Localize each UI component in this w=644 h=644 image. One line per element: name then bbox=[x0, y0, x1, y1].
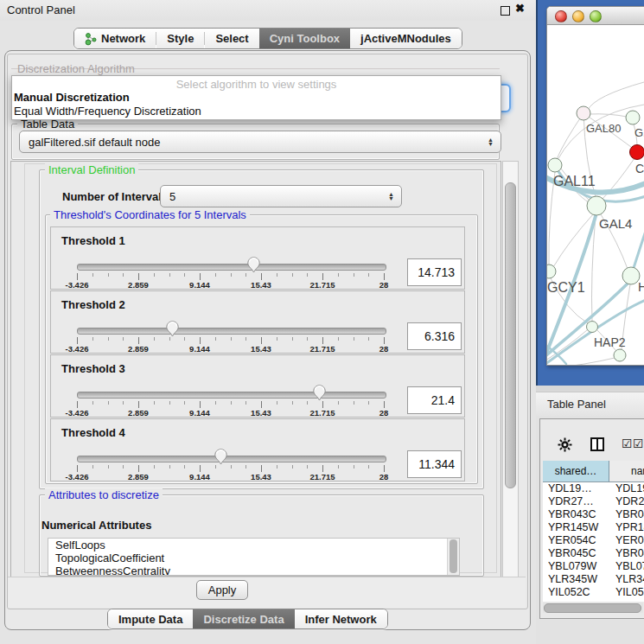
slider-tick bbox=[169, 465, 170, 469]
table-row[interactable]: YBR045CYBR045C bbox=[543, 547, 644, 560]
threshold-value-field[interactable]: 14.713 bbox=[407, 258, 462, 286]
tab-discretize-data[interactable]: Discretize Data bbox=[193, 609, 294, 628]
horizontal-scrollbar[interactable] bbox=[543, 603, 643, 613]
table-row[interactable]: YBL079WYBL079W bbox=[543, 560, 644, 573]
column-layout-icon[interactable] bbox=[590, 437, 604, 451]
threshold-value-field[interactable]: 21.4 bbox=[407, 386, 462, 414]
slider-tick bbox=[292, 273, 293, 277]
tab-impute-data[interactable]: Impute Data bbox=[108, 609, 193, 628]
apply-button[interactable]: Apply bbox=[196, 580, 248, 600]
slider-tick bbox=[231, 337, 232, 341]
slider-tick-label: 21.715 bbox=[309, 408, 335, 418]
cell-name: YBL079W bbox=[615, 560, 644, 572]
network-window-titlebar[interactable] bbox=[547, 7, 644, 25]
network-node-bottom[interactable] bbox=[614, 349, 626, 361]
threshold-panel-3: Threshold 3-3.4262.8599.14415.4321.71528… bbox=[50, 354, 465, 418]
slider-tick bbox=[277, 337, 277, 341]
column-header-name[interactable]: name bbox=[609, 461, 644, 482]
checkbox-icon[interactable]: ☑ bbox=[633, 437, 644, 450]
slider-tick bbox=[184, 465, 185, 469]
slider-tick-label: 28 bbox=[379, 408, 389, 418]
slider-tick-label: 9.144 bbox=[189, 472, 210, 481]
slider-tick bbox=[77, 465, 78, 472]
threshold-value-field[interactable]: 6.316 bbox=[407, 322, 462, 350]
table-row[interactable]: YDL19…YDL19… bbox=[543, 482, 644, 495]
algorithm-hint: Select algorithm to view settings bbox=[12, 78, 501, 91]
gear-icon[interactable] bbox=[558, 437, 572, 452]
slider-track[interactable] bbox=[77, 392, 386, 399]
vertical-scrollbar-thumb[interactable] bbox=[505, 182, 516, 488]
algorithm-dropdown-popup: Select algorithm to view settings Manual… bbox=[11, 75, 501, 120]
table-row[interactable]: YBR043CYBR043C bbox=[543, 508, 644, 521]
table-row[interactable]: YDR27…YDR27… bbox=[543, 495, 644, 508]
network-node-gal11[interactable] bbox=[548, 158, 562, 172]
table-row[interactable]: YLR345WYLR345W bbox=[543, 573, 644, 586]
slider-thumb[interactable] bbox=[166, 321, 179, 337]
node-label-gcy1: GCY1 bbox=[547, 280, 585, 295]
node-label-gal11: GAL11 bbox=[553, 174, 596, 188]
slider-tick bbox=[354, 465, 354, 469]
slider-tick bbox=[200, 401, 201, 408]
network-canvas[interactable]: GAL80G.CGAL11GAL4GCY1HHAP2 bbox=[547, 25, 644, 365]
network-node-hap2[interactable] bbox=[587, 322, 598, 333]
slider-tick-label: -3.426 bbox=[66, 472, 89, 481]
network-node-red[interactable] bbox=[630, 145, 644, 160]
network-node-gcy1[interactable] bbox=[547, 265, 556, 278]
network-node-gal80[interactable] bbox=[577, 106, 590, 120]
slider-thumb[interactable] bbox=[247, 257, 260, 273]
horizontal-scrollbar-thumb[interactable] bbox=[544, 603, 641, 613]
threshold-value-field[interactable]: 11.344 bbox=[407, 450, 462, 478]
network-view-window[interactable]: GAL80G.CGAL11GAL4GCY1HHAP2 bbox=[546, 6, 644, 366]
attributes-scrollbar[interactable] bbox=[447, 539, 459, 575]
slider-track[interactable] bbox=[77, 328, 386, 335]
threshold-slider[interactable]: -3.4262.8599.14415.4321.71528 bbox=[77, 449, 385, 480]
tab-jactivemnodules[interactable]: jActiveMNodules bbox=[350, 29, 462, 48]
tab-network-label: Network bbox=[101, 32, 145, 45]
slider-tick bbox=[307, 337, 308, 341]
attributes-scrollbar-thumb[interactable] bbox=[450, 539, 457, 573]
float-window-icon[interactable] bbox=[501, 6, 510, 16]
minimize-traffic-light-icon[interactable] bbox=[572, 10, 584, 22]
number-of-intervals-combo[interactable]: 5 ▲▼ bbox=[160, 185, 402, 207]
tab-infer-network[interactable]: Infer Network bbox=[295, 609, 387, 628]
zoom-traffic-light-icon[interactable] bbox=[590, 10, 602, 22]
attribute-item[interactable]: TopologicalCoefficient bbox=[48, 552, 459, 564]
close-icon[interactable]: ✖ bbox=[515, 2, 525, 15]
network-node-gal4[interactable] bbox=[587, 196, 606, 215]
network-node-h-part[interactable] bbox=[622, 267, 640, 284]
popup-option-equal-width[interactable]: Equal Width/Frequency Discretization bbox=[14, 105, 201, 118]
number-of-intervals-label: Number of Intervals bbox=[62, 190, 168, 203]
slider-tick-label: 9.144 bbox=[189, 280, 210, 290]
network-node-g-part[interactable] bbox=[626, 111, 640, 124]
slider-track[interactable] bbox=[77, 264, 386, 271]
slider-thumb[interactable] bbox=[313, 385, 326, 401]
numerical-attributes-list[interactable]: SelfLoopsTopologicalCoefficientBetweenne… bbox=[48, 538, 460, 576]
slider-tick bbox=[138, 273, 139, 280]
slider-track[interactable] bbox=[77, 456, 386, 462]
tab-network[interactable]: Network bbox=[74, 29, 156, 48]
attribute-item[interactable]: BetweennessCentrality bbox=[48, 564, 459, 576]
slider-tick bbox=[184, 337, 185, 341]
close-traffic-light-icon[interactable] bbox=[555, 10, 567, 22]
checkbox-icon[interactable]: ☑ bbox=[622, 437, 633, 450]
slider-thumb[interactable] bbox=[214, 449, 227, 465]
column-header-shared-name[interactable]: shared… bbox=[543, 461, 609, 482]
threshold-slider[interactable]: -3.4262.8599.14415.4321.71528 bbox=[77, 385, 385, 416]
popup-option-manual[interactable]: Manual Discretization bbox=[14, 91, 130, 104]
table-row[interactable]: YER054CYER054C bbox=[543, 534, 644, 547]
slider-tick bbox=[154, 465, 155, 469]
vertical-scrollbar[interactable] bbox=[502, 161, 519, 577]
tab-style[interactable]: Style bbox=[156, 29, 204, 48]
slider-tick-label: 21.715 bbox=[309, 344, 335, 354]
table-data-combo[interactable]: galFiltered.sif default node ▲▼ bbox=[19, 131, 501, 153]
tab-select[interactable]: Select bbox=[205, 29, 258, 48]
slider-tick bbox=[138, 337, 139, 344]
table-row[interactable]: YIL052CYIL052C bbox=[543, 586, 644, 599]
app-root: Control Panel ✖ Network Style Select Cyn… bbox=[0, 0, 644, 644]
threshold-slider[interactable]: -3.4262.8599.14415.4321.71528 bbox=[77, 321, 385, 352]
table-row[interactable]: YPR145WYPR145W bbox=[543, 521, 644, 534]
threshold-slider[interactable]: -3.4262.8599.14415.4321.71528 bbox=[77, 257, 385, 288]
tab-cyni-toolbox[interactable]: Cyni Toolbox bbox=[259, 29, 350, 48]
attribute-item[interactable]: SelfLoops bbox=[48, 539, 459, 552]
spinner-arrows-icon: ▲▼ bbox=[388, 192, 394, 201]
